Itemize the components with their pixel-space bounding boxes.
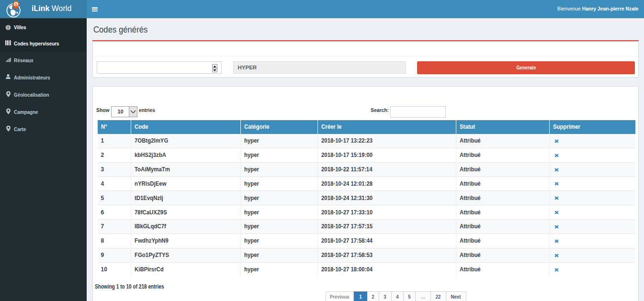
svg-text:$: $ [15,2,17,7]
